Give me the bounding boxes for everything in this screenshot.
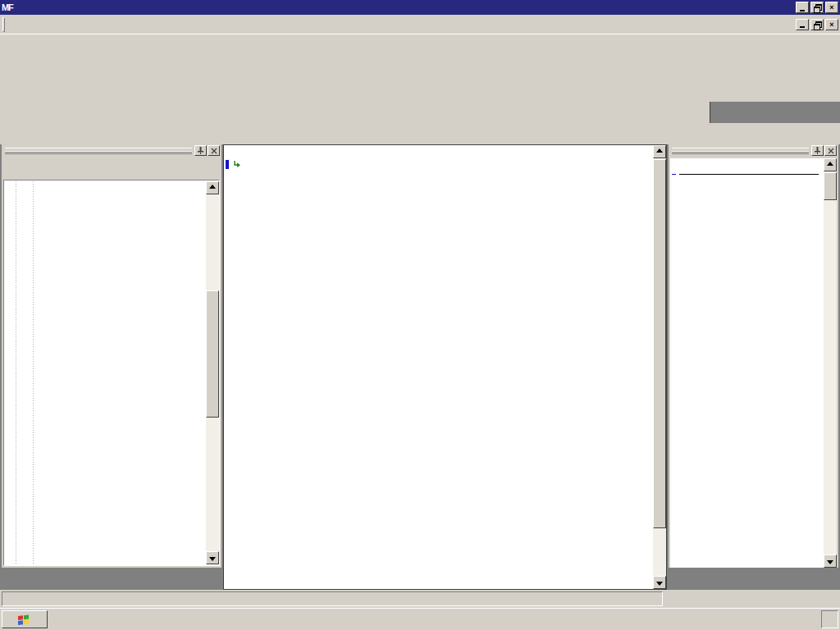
left-panel-grip[interactable] (5, 148, 192, 154)
status-bar (0, 590, 840, 608)
media-toolbar (0, 102, 840, 123)
parallel-scrollbar[interactable] (824, 158, 837, 568)
parallel-text-panel (669, 144, 838, 568)
status-text (2, 591, 663, 606)
mdi-close-button[interactable]: × (825, 19, 838, 30)
svg-text:F: F (8, 2, 14, 12)
right-panel-pin-button[interactable] (811, 145, 824, 156)
start-button[interactable] (2, 610, 48, 628)
mdi-restore-button[interactable] (810, 19, 824, 30)
book-icon (8, 15, 25, 34)
close-button[interactable]: × (825, 2, 838, 13)
esyn-link[interactable] (233, 160, 648, 169)
system-tray (821, 610, 838, 628)
title-bar: MF × (0, 0, 840, 15)
tree-scrollbar[interactable] (206, 181, 219, 564)
minimize-button[interactable] (796, 2, 809, 13)
right-panel-close-button[interactable] (824, 145, 837, 156)
right-panel-grip[interactable] (672, 148, 809, 154)
navigation-panel (2, 144, 221, 568)
left-panel-header (2, 144, 221, 157)
main-toolbar (0, 59, 840, 80)
restore-button[interactable] (810, 2, 824, 13)
mdi-minimize-button[interactable] (796, 19, 809, 30)
left-panel-pin-button[interactable] (194, 145, 207, 156)
left-panel-close-button[interactable] (208, 145, 220, 156)
document-scrollbar[interactable] (653, 145, 666, 589)
section-divider (679, 174, 819, 175)
commentary-document (223, 144, 667, 590)
right-panel-header (669, 144, 838, 157)
document-tab-bar (0, 123, 840, 144)
menu-bar: × (0, 15, 840, 34)
windows-logo-icon (17, 614, 30, 625)
navigation-toolbar (0, 34, 840, 59)
tree-toolbar (2, 157, 221, 178)
windows-toolbar (0, 80, 840, 102)
main-area (0, 144, 840, 590)
contents-tree (3, 180, 220, 566)
taskbar (0, 608, 840, 630)
app-icon: MF (2, 2, 15, 13)
menu-grip[interactable] (2, 17, 5, 32)
